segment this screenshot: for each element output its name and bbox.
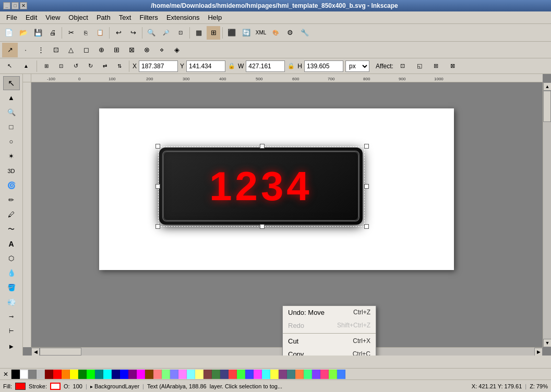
pencil-tool-btn[interactable]: ✏ — [3, 193, 20, 207]
ctx-undo[interactable]: Undo: Move Ctrl+Z — [283, 306, 376, 319]
handle-tm[interactable] — [260, 144, 265, 149]
text-tool-btn[interactable]: A — [3, 237, 20, 251]
select-tool-btn[interactable]: ↖ — [3, 76, 20, 90]
snap-mid[interactable]: ⊡ — [49, 43, 63, 57]
snap-text[interactable]: ⋄ — [154, 43, 169, 57]
color-dk-blue2[interactable] — [220, 370, 229, 379]
tb-fill[interactable]: 🎨 — [269, 26, 282, 40]
tb-xml-editor[interactable]: XML — [254, 26, 268, 40]
color-red[interactable] — [53, 370, 62, 379]
tb-zoom-in[interactable]: 🔍 — [145, 26, 158, 40]
menu-object[interactable]: Object — [64, 13, 92, 22]
color-mauve[interactable] — [279, 370, 287, 379]
snap-page[interactable]: ◈ — [170, 43, 184, 57]
handle-bm[interactable] — [260, 224, 265, 229]
tb-zoom-out[interactable]: 🔎 — [159, 26, 173, 40]
tb-sel-all[interactable]: ⊞ — [40, 60, 53, 72]
snap-path[interactable]: ◻ — [79, 43, 93, 57]
lock-aspect[interactable]: 🔒 — [227, 59, 236, 73]
color-violet[interactable] — [254, 370, 262, 379]
tb-transform[interactable]: 🔄 — [239, 26, 253, 40]
affect-all[interactable]: ⊠ — [446, 60, 460, 72]
maximize-button[interactable]: □ — [11, 2, 19, 9]
ctx-redo[interactable]: Redo Shift+Ctrl+Z — [283, 319, 376, 332]
handle-ml[interactable] — [155, 184, 160, 189]
zoom-tool-btn[interactable]: 🔍 — [3, 105, 20, 119]
hmi-display-object[interactable]: 1234 — [159, 148, 363, 225]
color-lt-green[interactable] — [162, 370, 170, 379]
palette-none[interactable]: ✕ — [0, 370, 11, 379]
connector-btn[interactable]: ⊸ — [3, 310, 20, 324]
color-gold[interactable] — [270, 370, 279, 379]
y-input[interactable] — [186, 60, 225, 72]
color-lt-blue[interactable] — [170, 370, 178, 379]
handle-tr[interactable] — [364, 144, 369, 149]
color-indigo[interactable] — [312, 370, 320, 379]
spray-btn[interactable]: 💨 — [3, 295, 20, 309]
color-salmon[interactable] — [229, 370, 237, 379]
canvas-area[interactable]: -100 0 100 200 300 400 500 600 700 800 9… — [23, 74, 551, 356]
tb-print[interactable]: 🖨 — [46, 26, 59, 40]
scroll-right[interactable]: ▶ — [534, 348, 543, 356]
scroll-down[interactable]: ▼ — [543, 339, 551, 347]
stroke-color-swatch[interactable] — [50, 383, 61, 390]
tb-flip-v[interactable]: ⇅ — [113, 60, 126, 72]
node-tool-btn[interactable]: ▲ — [3, 91, 20, 105]
ctx-cut[interactable]: Cut Ctrl+X — [283, 335, 376, 348]
color-blue[interactable] — [120, 370, 128, 379]
color-cyan[interactable] — [103, 370, 112, 379]
tb-align[interactable]: ⬛ — [225, 26, 238, 40]
measure-btn[interactable]: ⊢ — [3, 324, 20, 338]
ellipse-tool-btn[interactable]: ○ — [3, 134, 20, 149]
minimize-button[interactable]: _ — [3, 2, 10, 9]
scroll-left[interactable]: ◀ — [31, 348, 40, 356]
color-brown[interactable] — [145, 370, 153, 379]
color-dk-green2[interactable] — [212, 370, 220, 379]
handle-mr[interactable] — [364, 184, 369, 189]
scroll-thumb-h[interactable] — [40, 348, 81, 356]
layer-indicator[interactable]: ▸ BackgroundLayer — [90, 383, 139, 389]
color-purple[interactable] — [128, 370, 137, 379]
ctx-copy[interactable]: Copy Ctrl+C — [283, 348, 376, 356]
tb-snap-grid[interactable]: ▦ — [192, 26, 206, 40]
menu-edit[interactable]: Edit — [21, 13, 41, 22]
color-lt-yellow[interactable] — [195, 370, 203, 379]
tb-undo[interactable]: ↩ — [112, 26, 125, 40]
tb-new[interactable]: 📄 — [2, 26, 16, 40]
h-input[interactable] — [304, 60, 343, 72]
color-sky[interactable] — [337, 370, 345, 379]
tb-rotate-right[interactable]: ↻ — [84, 60, 97, 72]
scroll-thumb-v[interactable] — [543, 91, 551, 122]
expand-btn[interactable]: ▶ — [3, 339, 20, 353]
tb-sel-in[interactable]: ⊡ — [55, 60, 67, 72]
color-green[interactable] — [87, 370, 95, 379]
menu-path[interactable]: Path — [92, 13, 115, 22]
menu-view[interactable]: View — [41, 13, 64, 22]
color-dark-green[interactable] — [78, 370, 87, 379]
affect-geo[interactable]: ⊞ — [429, 60, 444, 72]
affect-stroke[interactable]: ◱ — [412, 60, 427, 72]
affect-pos[interactable]: ⊡ — [396, 60, 410, 72]
menu-extensions[interactable]: Extensions — [162, 13, 204, 22]
calligraphy-btn[interactable]: 〜 — [3, 222, 20, 236]
gradient-tool-btn[interactable]: ⬡ — [3, 251, 20, 265]
paint-bucket-btn[interactable]: 🪣 — [3, 280, 20, 295]
color-orange[interactable] — [62, 370, 70, 379]
spiral-tool-btn[interactable]: 🌀 — [3, 178, 20, 192]
snap-select[interactable]: ↗ — [2, 43, 18, 57]
color-lime[interactable] — [329, 370, 337, 379]
tb-select-tool[interactable]: ↖ — [2, 60, 17, 72]
tb-node-tool[interactable]: ▲ — [19, 60, 33, 72]
tb-paste[interactable]: 📋 — [93, 26, 107, 40]
x-input[interactable] — [139, 60, 178, 72]
color-rose[interactable] — [320, 370, 329, 379]
3d-tool-btn[interactable]: 3D — [3, 164, 20, 178]
menu-filters[interactable]: Filters — [135, 13, 162, 22]
color-navy[interactable] — [112, 370, 120, 379]
color-teal[interactable] — [95, 370, 103, 379]
snap-angle[interactable]: ⊗ — [139, 43, 154, 57]
color-mint[interactable] — [304, 370, 312, 379]
color-black[interactable] — [11, 370, 20, 379]
fill-color-swatch[interactable] — [15, 383, 26, 390]
snap-rot[interactable]: △ — [64, 43, 78, 57]
